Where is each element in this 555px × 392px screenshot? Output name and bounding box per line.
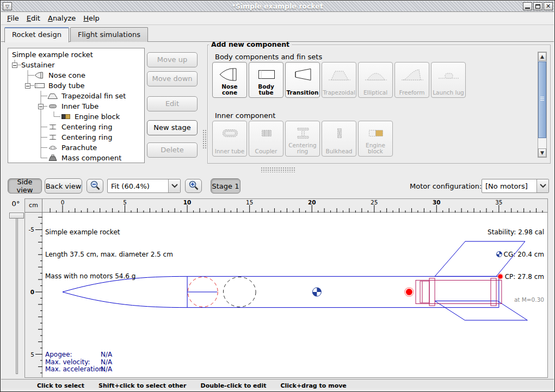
status-hint: Click+drag to move xyxy=(280,381,346,390)
tree-item-trapezoidal-fin-set[interactable]: Trapezoidal fin set xyxy=(8,91,144,101)
tree-guide xyxy=(21,80,34,91)
tree-item-centering-ring[interactable]: Centering ring xyxy=(8,132,144,142)
close-icon: ✕ xyxy=(546,3,551,9)
add-body-tube-button[interactable]: Body tube xyxy=(249,62,283,98)
tree-guide xyxy=(8,80,21,91)
add-transition-button[interactable]: Transition xyxy=(285,62,320,98)
ruler-unit-label: cm xyxy=(25,199,42,213)
new-stage-button[interactable]: New stage xyxy=(147,120,198,135)
add-freeform-button[interactable]: Freeform xyxy=(394,62,429,98)
rotation-slider-handle[interactable] xyxy=(9,213,24,219)
cg-icon xyxy=(496,251,502,259)
tree-item-mass-component[interactable]: Mass component xyxy=(8,153,144,163)
tree-item-label: Nose cone xyxy=(48,71,85,79)
centering-ring-icon xyxy=(47,123,59,131)
tree-guide xyxy=(34,153,47,163)
tree-item-label: Centering ring xyxy=(61,123,112,131)
vertical-ruler: -505 xyxy=(25,213,42,377)
transition-icon xyxy=(291,66,315,85)
add-launch-lug-button[interactable]: Launch lug xyxy=(431,62,466,98)
tree-guide xyxy=(34,142,47,153)
tree-item-parachute[interactable]: Parachute xyxy=(8,142,144,153)
move-down-button[interactable]: Move down xyxy=(147,71,198,86)
component-button-label: Transition xyxy=(286,90,319,96)
component-button-label: Inner tube xyxy=(213,148,246,154)
tree-item-sustainer[interactable]: Sustainer xyxy=(8,60,144,70)
component-scrollbar[interactable]: ▲ ▼ xyxy=(538,52,547,158)
tab-rocket-design[interactable]: Rocket design xyxy=(4,27,69,42)
side-view-button[interactable]: Side view xyxy=(8,178,42,194)
menu-edit[interactable]: Edit xyxy=(23,12,44,24)
tree-expander-icon[interactable] xyxy=(12,63,17,68)
title-bar[interactable]: ▽ *Simple example rocket ✕ xyxy=(1,1,554,12)
tree-guide xyxy=(47,111,60,122)
engine-block-icon xyxy=(364,125,388,144)
edit-button[interactable]: Edit xyxy=(147,96,198,111)
zoom-level-combobox[interactable]: Fit (60.4%) xyxy=(107,179,181,193)
menu-analyze[interactable]: Analyze xyxy=(44,12,79,24)
tree-expander-icon[interactable] xyxy=(25,83,30,89)
tree-expander-icon[interactable] xyxy=(38,104,44,109)
zoom-in-button[interactable] xyxy=(185,179,202,193)
sim-result-label: Max. acceleration: xyxy=(45,366,101,374)
horizontal-splitter-handle[interactable] xyxy=(261,167,295,172)
tree-item-nose-cone[interactable]: Nose cone xyxy=(8,70,144,80)
horizontal-ruler: 05101520253035 xyxy=(42,199,547,213)
add-bulkhead-button[interactable]: Bulkhead xyxy=(322,121,356,157)
scroll-down-button[interactable]: ▼ xyxy=(538,148,546,157)
tree-item-engine-block[interactable]: Engine block xyxy=(8,111,144,122)
status-hint: Shift+click to select other xyxy=(98,381,187,390)
maximize-button[interactable] xyxy=(533,2,542,10)
tree-guide xyxy=(34,111,47,122)
mass-icon xyxy=(47,154,59,162)
svg-text:25: 25 xyxy=(371,199,378,206)
tree-item-centering-ring[interactable]: Centering ring xyxy=(8,122,144,132)
rotation-slider-track[interactable] xyxy=(16,215,18,374)
svg-text:10: 10 xyxy=(183,199,192,206)
tab-bar: Rocket designFlight simulations xyxy=(4,27,149,42)
body-tube-icon xyxy=(255,66,279,85)
add-elliptical-button[interactable]: Elliptical xyxy=(358,62,393,98)
tree-item-inner-tube[interactable]: Inner Tube xyxy=(8,101,144,111)
component-button-label: Centering ring xyxy=(286,142,319,154)
tree-guide xyxy=(8,60,21,70)
vertical-splitter-handle[interactable] xyxy=(202,129,207,149)
add-engine-block-button[interactable]: Engine block xyxy=(358,121,393,157)
add-centering-ring-button[interactable]: Centering ring xyxy=(285,121,320,157)
nose-cone-icon xyxy=(34,72,46,79)
sim-result-value: N/A xyxy=(101,358,112,366)
move-up-button[interactable]: Move up xyxy=(147,52,198,67)
chevron-down-icon[interactable] xyxy=(168,179,180,192)
tree-item-label: Simple example rocket xyxy=(8,51,93,59)
delete-button[interactable]: Delete xyxy=(147,142,198,158)
back-view-button[interactable]: Back view xyxy=(45,178,82,194)
zoom-out-button[interactable] xyxy=(87,179,103,193)
menu-file[interactable]: File xyxy=(3,12,23,24)
tree-item-body-tube[interactable]: Body tube xyxy=(8,80,144,91)
menu-bar: FileEditAnalyzeHelp xyxy=(1,12,554,25)
add-trapezoidal-button[interactable]: Trapezoidal xyxy=(322,62,356,98)
minimize-button[interactable] xyxy=(523,2,532,10)
svg-text:35: 35 xyxy=(495,199,502,206)
simulation-results: Apogee:N/AMax. velocity:N/AMax. accelera… xyxy=(45,351,112,374)
stage-1-toggle[interactable]: Stage 1 xyxy=(211,178,240,194)
tab-flight-simulations[interactable]: Flight simulations xyxy=(70,27,148,42)
tree-guide xyxy=(21,132,34,142)
close-button[interactable]: ✕ xyxy=(544,2,553,10)
tree-guide xyxy=(8,111,21,122)
component-tree[interactable]: Simple example rocketSustainerNose coneB… xyxy=(8,48,145,163)
add-nose-cone-button[interactable]: Nose cone xyxy=(212,62,247,98)
component-button-label: Body tube xyxy=(250,84,282,96)
rocket-canvas[interactable]: Simple example rocket Length 37.5 cm, ma… xyxy=(42,213,547,377)
motor-configuration-combobox[interactable]: [No motors] xyxy=(482,179,549,193)
menu-help[interactable]: Help xyxy=(79,12,103,24)
tree-item-simple-example-rocket[interactable]: Simple example rocket xyxy=(8,49,144,60)
add-inner-tube-button[interactable]: Inner tube xyxy=(212,121,247,157)
scrollbar-thumb[interactable] xyxy=(538,61,546,138)
tree-guide xyxy=(21,91,34,101)
tree-item-label: Centering ring xyxy=(61,133,112,141)
add-coupler-button[interactable]: Coupler xyxy=(249,121,283,157)
scroll-up-button[interactable]: ▲ xyxy=(538,52,546,61)
svg-text:5: 5 xyxy=(123,199,127,206)
chevron-down-icon[interactable] xyxy=(536,179,548,192)
